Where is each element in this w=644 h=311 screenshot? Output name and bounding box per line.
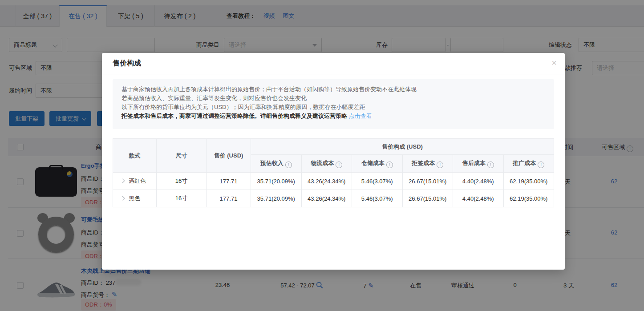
cost-cell: 62.19(35.00%) xyxy=(503,190,554,207)
subcol-rejection-header: 拒签成本! xyxy=(402,155,453,173)
cost-cell: 35.71(20.09%) xyxy=(251,190,302,207)
info-icon[interactable]: ! xyxy=(285,162,292,168)
notice-line: 以下所有价格的货币单位均为美元（USD）；因为汇率和换算精度的原因，数据存在小幅… xyxy=(122,103,545,112)
info-icon[interactable]: ! xyxy=(336,162,342,168)
notice-panel: 基于商家预估收入再加上各项成本计算得出的原始售价；由于平台活动（如闪购等）导致原… xyxy=(113,79,554,129)
info-icon[interactable]: ! xyxy=(487,162,494,168)
sku-row: 黑色 16寸 177.71 35.71(20.09%) 43.26(24.34%… xyxy=(113,190,554,207)
cost-cell: 43.26(24.34%) xyxy=(301,173,352,190)
col-group-header: 售价构成 (USD) xyxy=(251,139,554,155)
seller-product-management-page: 全部 ( 37 ) 在售 ( 32 ) 下架 ( 5 ) 待发布 ( 2 ) 查… xyxy=(0,0,644,311)
close-icon[interactable]: × xyxy=(551,57,557,68)
sku-price: 177.71 xyxy=(207,190,251,207)
sku-row: 酒红色 16寸 177.71 35.71(20.09%) 43.26(24.34… xyxy=(113,173,554,190)
col-price-header: 售价 (USD) xyxy=(207,139,251,173)
subcol-revenue-header: 预估收入! xyxy=(251,155,302,173)
sku-style: 黑色 xyxy=(129,195,140,202)
subcol-aftersale-header: 售后成本! xyxy=(453,155,504,173)
cost-cell: 26.67(15.01%) xyxy=(402,190,453,207)
price-composition-table: 款式 尺寸 售价 (USD) 售价构成 (USD) 预估收入! 物流成本! 仓储… xyxy=(113,138,554,207)
info-icon[interactable]: ! xyxy=(538,162,544,168)
cost-cell: 5.46(3.07%) xyxy=(352,173,403,190)
cost-cell: 26.67(15.01%) xyxy=(402,173,453,190)
info-icon[interactable]: ! xyxy=(386,162,393,168)
subcol-warehouse-header: 仓储成本! xyxy=(352,155,403,173)
sku-price: 177.71 xyxy=(207,173,251,190)
subcol-logistics-header: 物流成本! xyxy=(301,155,352,173)
sku-style: 酒红色 xyxy=(129,178,146,184)
price-composition-modal: 售价构成 × 基于商家预估收入再加上各项成本计算得出的原始售价；由于平台活动（如… xyxy=(102,53,565,270)
col-size-header: 尺寸 xyxy=(157,139,207,173)
expand-chevron-icon[interactable] xyxy=(121,196,125,201)
modal-title: 售价构成 xyxy=(113,59,141,68)
cost-cell: 4.40(2.48%) xyxy=(453,173,504,190)
cost-cell: 4.40(2.48%) xyxy=(453,190,504,207)
notice-line-bold: 拒签成本和售后成本，商家可通过调整运营策略降低。详细售价构成释义及建议运营策略 … xyxy=(122,112,545,121)
cost-cell: 5.46(3.07%) xyxy=(352,190,403,207)
notice-line: 若商品预估收入、实际重量、汇率等发生变化，则对应售价也会发生变化 xyxy=(122,94,545,103)
info-icon[interactable]: ! xyxy=(437,162,443,168)
col-style-header: 款式 xyxy=(113,139,157,173)
subcol-promotion-header: 推广成本! xyxy=(503,155,554,173)
expand-chevron-icon[interactable] xyxy=(121,179,125,183)
notice-line: 基于商家预估收入再加上各项成本计算得出的原始售价；由于平台活动（如闪购等）导致原… xyxy=(122,85,545,94)
sku-size: 16寸 xyxy=(157,190,207,207)
view-details-link[interactable]: 点击查看 xyxy=(349,113,372,119)
cost-cell: 62.19(35.00%) xyxy=(503,173,554,190)
sku-size: 16寸 xyxy=(157,173,207,190)
cost-cell: 43.26(24.34%) xyxy=(301,190,352,207)
cost-cell: 35.71(20.09%) xyxy=(251,173,302,190)
modal-divider xyxy=(102,74,565,74)
